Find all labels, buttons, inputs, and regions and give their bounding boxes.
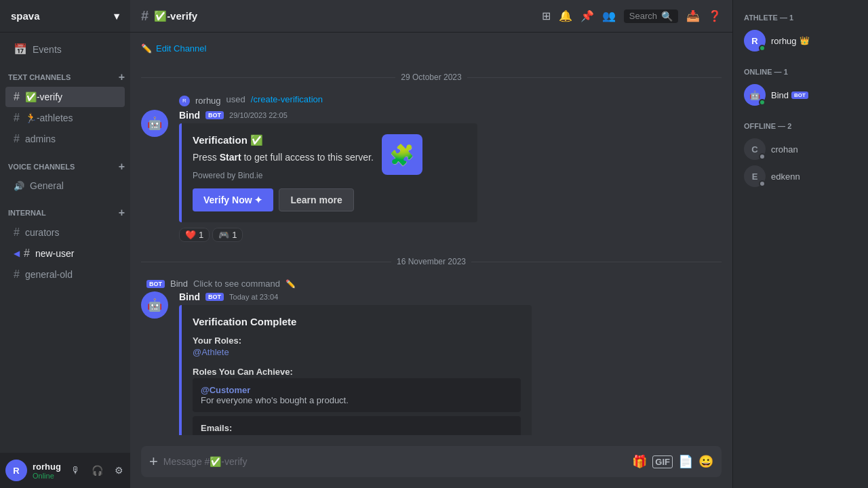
main-area: # ✅-verify ⊞ 🔔 📌 👥 Search 🔍 📥 ❓ ✏️ Edit …	[130, 0, 732, 488]
embed-title-2: Verification Complete	[193, 316, 521, 327]
sidebar-item-athletes[interactable]: # 🏃-athletes	[5, 108, 125, 128]
user-avatar: R	[5, 460, 27, 481]
voice-channels-label: VOICE CHANNELS	[8, 163, 75, 171]
channel-header: # ✅-verify ⊞ 🔔 📌 👥 Search 🔍 📥 ❓	[130, 0, 732, 33]
sidebar-item-general-old[interactable]: # general-old	[5, 264, 125, 285]
channel-hash-icon: #	[141, 8, 149, 24]
bot-label-2: BOT	[146, 280, 165, 288]
msg2-time: Today at 23:04	[229, 293, 278, 301]
threads-icon[interactable]: ⊞	[542, 9, 551, 22]
edkenn-name: edkenn	[771, 171, 800, 182]
sidebar-item-new-user[interactable]: ◀ # new-user	[5, 243, 125, 264]
hash-icon: #	[14, 268, 20, 281]
embed-title-1: Verification ✅	[193, 134, 374, 146]
bot-badge-1: BOT	[205, 111, 224, 119]
reaction-game[interactable]: 🎮 1	[212, 228, 243, 242]
crown-icon: 👑	[800, 36, 810, 45]
hash-icon: #	[14, 112, 20, 124]
add-internal-channel-icon[interactable]: +	[119, 207, 125, 219]
embed-footer-1: Powered by Bind.ie	[193, 171, 374, 180]
add-text-channel-icon[interactable]: +	[119, 71, 125, 83]
emoji-icon[interactable]: 😀	[698, 454, 713, 469]
bot-avatar-icon-2: 🤖	[147, 298, 162, 312]
bind-status-dot	[759, 99, 766, 106]
game-emoji: 🎮	[218, 230, 229, 240]
gift-icon[interactable]: 🎁	[632, 454, 647, 469]
deafen-button[interactable]: 🎧	[88, 461, 107, 480]
inbox-icon[interactable]: 📥	[686, 9, 700, 22]
channel-curators-label: curators	[25, 227, 60, 238]
notification-icon[interactable]: 🔔	[559, 9, 572, 22]
channel-new-user-label: new-user	[35, 248, 75, 259]
channel-general-old-label: general-old	[25, 269, 73, 280]
member-item-bind[interactable]: 🤖 Bind BOT	[738, 81, 863, 108]
date-divider-2: 16 November 2023	[141, 257, 722, 266]
gif-icon[interactable]: GIF	[652, 455, 673, 468]
channel-title-text: ✅-verify	[154, 10, 197, 22]
bind-author-2: Bind	[179, 291, 200, 302]
heart-emoji: ❤️	[185, 230, 196, 240]
bind-label-2: Bind	[170, 279, 188, 289]
input-bar: + 🎁 GIF 📄 😀	[130, 435, 732, 488]
crohan-name: crohan	[771, 144, 798, 155]
hash-icon: #	[24, 247, 30, 260]
server-header[interactable]: spava ▾	[0, 0, 130, 33]
mute-button[interactable]: 🎙	[66, 461, 85, 480]
reaction-heart[interactable]: ❤️ 1	[179, 228, 210, 242]
reaction-game-count: 1	[232, 230, 237, 240]
offline-section-title: OFFLINE — 2	[738, 119, 863, 133]
click-to-see: Click to see command	[193, 279, 280, 289]
members-icon[interactable]: 👥	[602, 9, 616, 22]
sidebar: spava ▾ 📅 Events TEXT CHANNELS + # ✅-ver…	[0, 0, 130, 488]
embed-thumbnail: 🧩	[382, 134, 422, 180]
settings-button[interactable]: ⚙	[110, 461, 129, 480]
events-label: Events	[33, 44, 62, 55]
sidebar-item-general-voice[interactable]: 🔊 General	[5, 176, 125, 195]
verify-now-button[interactable]: Verify Now ✦	[193, 188, 273, 211]
hash-icon: #	[14, 91, 20, 103]
attach-icon[interactable]: +	[149, 446, 158, 477]
edit-icon: ✏️	[285, 279, 296, 289]
chat-area: ✏️ Edit Channel 29 October 2023 R rorhug…	[130, 33, 732, 435]
members-panel: ATHLETE — 1 R rorhug 👑 ONLINE — 1 🤖 Bind…	[732, 0, 868, 488]
online-section-title: ONLINE — 1	[738, 65, 863, 79]
edit-channel-label: Edit Channel	[156, 43, 206, 54]
learn-more-button[interactable]: Learn more	[279, 188, 353, 211]
bind-author-1: Bind	[179, 110, 200, 121]
your-roles-value: @Athlete	[193, 347, 521, 357]
edit-channel-bar[interactable]: ✏️ Edit Channel	[141, 43, 722, 62]
your-roles-label: Your Roles:	[193, 336, 521, 346]
help-icon[interactable]: ❓	[708, 9, 722, 22]
rorhug-status-dot	[759, 45, 766, 52]
member-item-edkenn[interactable]: E edkenn	[738, 163, 863, 190]
bot-avatar-icon: 🤖	[147, 116, 162, 131]
pencil-icon: ✏️	[141, 43, 152, 54]
hash-icon: #	[14, 226, 20, 239]
search-bar[interactable]: Search 🔍	[624, 9, 678, 23]
bind-name: Bind	[771, 90, 789, 100]
command-label: /create-verification	[251, 94, 323, 104]
sidebar-item-admins[interactable]: # admins	[5, 129, 125, 149]
channel-verify-label: ✅-verify	[25, 92, 62, 102]
role1-desc: For everyone who's bought a product.	[201, 395, 513, 405]
channel-general-label: General	[30, 180, 64, 191]
rorhug-username: rorhug	[195, 96, 221, 106]
rorhug-name: rorhug	[771, 36, 797, 46]
message-input[interactable]	[163, 449, 627, 474]
sidebar-item-events[interactable]: 📅 Events	[5, 39, 125, 60]
bot-badge-2: BOT	[205, 293, 224, 301]
pin-icon[interactable]: 📌	[580, 9, 594, 22]
sidebar-bottom: R rorhug Online 🎙 🎧 ⚙	[0, 453, 130, 488]
add-voice-channel-icon[interactable]: +	[119, 161, 125, 173]
username: rorhug	[33, 462, 61, 472]
member-item-rorhug[interactable]: R rorhug 👑	[738, 27, 863, 54]
athlete-section-title: ATHLETE — 1	[738, 11, 863, 24]
reaction-heart-count: 1	[199, 230, 203, 240]
sidebar-item-curators[interactable]: # curators	[5, 222, 125, 243]
member-item-crohan[interactable]: C crohan	[738, 136, 863, 163]
sticker-icon[interactable]: 📄	[678, 454, 693, 469]
rorhug-avatar-sm: R	[179, 96, 190, 106]
bind-avatar-1: 🤖	[141, 110, 168, 137]
date-1-text: 29 October 2023	[401, 73, 461, 82]
sidebar-item-verify[interactable]: # ✅-verify	[5, 87, 125, 107]
